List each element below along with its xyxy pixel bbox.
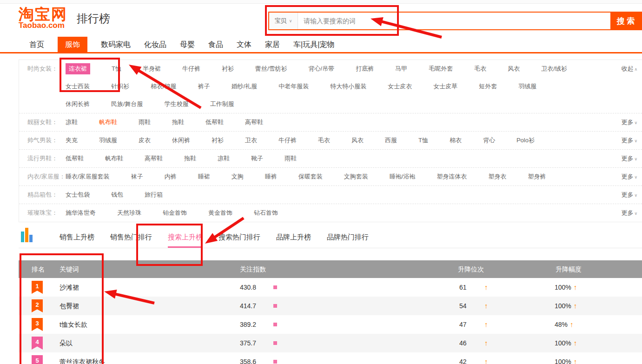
category-item[interactable]: 衬衫	[212, 136, 224, 145]
nav-tab-9[interactable]: 车|玩具|宠物	[293, 37, 334, 52]
category-item[interactable]: 帆布鞋	[105, 154, 123, 163]
more-link[interactable]: 更多∨	[621, 132, 637, 150]
category-item[interactable]: 裤子	[198, 82, 210, 91]
category-item[interactable]: 连衣裙	[66, 63, 90, 74]
category-item[interactable]: 钻石首饰	[254, 209, 278, 217]
keyword-link[interactable]: t恤女长款	[60, 315, 87, 334]
category-item[interactable]: 棉衣/棉服	[151, 82, 177, 91]
category-item[interactable]: 高帮鞋	[245, 118, 263, 126]
keyword-link[interactable]: 蕾丝连衣裙秋冬	[60, 352, 105, 364]
nav-tab-4[interactable]: 化妆品	[144, 37, 166, 52]
category-item[interactable]: 黄金首饰	[208, 209, 232, 217]
category-item[interactable]: 皮衣	[139, 136, 151, 145]
category-item[interactable]: 休闲裤	[172, 136, 190, 145]
more-link[interactable]: 更多∨	[621, 150, 637, 168]
search-input[interactable]	[298, 13, 610, 29]
category-item[interactable]: 文胸套装	[344, 172, 368, 181]
category-item[interactable]: 卫衣/绒衫	[541, 65, 567, 73]
category-item[interactable]: 风衣	[508, 65, 520, 73]
category-item[interactable]: 风衣	[351, 136, 364, 145]
category-item[interactable]: 低帮鞋	[66, 154, 84, 163]
category-item[interactable]: 牛仔裤	[278, 136, 297, 145]
nav-tab-8[interactable]: 家居	[265, 37, 280, 52]
category-item[interactable]: 凉鞋	[218, 154, 230, 163]
search-category-dropdown[interactable]: 宝贝 ∨	[269, 13, 298, 29]
more-link[interactable]: 更多∨	[621, 113, 637, 132]
category-item[interactable]: Polo衫	[516, 136, 535, 145]
category-item[interactable]: 民族/舞台服	[111, 100, 143, 108]
rank-tab-2[interactable]: 销售热门排行	[110, 233, 152, 248]
category-item[interactable]: 羽绒服	[518, 82, 536, 91]
nav-tab-2[interactable]: 服饰	[58, 37, 87, 52]
more-link[interactable]: 更多∨	[621, 168, 637, 186]
category-item[interactable]: 施华洛世奇	[66, 209, 96, 217]
rank-tab-5[interactable]: 品牌上升榜	[276, 233, 311, 248]
category-item[interactable]: 背心	[483, 136, 495, 145]
category-item[interactable]: 拖鞋	[172, 118, 184, 126]
category-item[interactable]: 羽绒服	[99, 136, 117, 145]
category-item[interactable]: 铂金首饰	[163, 209, 187, 217]
category-item[interactable]: 低帮鞋	[205, 118, 224, 126]
category-item[interactable]: 衬衫	[222, 65, 234, 73]
category-item[interactable]: 毛衣	[318, 136, 330, 145]
category-item[interactable]: 休闲长裤	[66, 100, 90, 108]
category-item[interactable]: 女士西装	[66, 82, 90, 91]
collapse-link[interactable]: 收起∧	[621, 60, 637, 78]
category-item[interactable]: 睡裤	[265, 172, 277, 181]
category-item[interactable]: 凉鞋	[66, 118, 78, 126]
category-item[interactable]: 特大特小服装	[330, 82, 366, 91]
category-item[interactable]: 婚纱/礼服	[232, 82, 258, 91]
rank-tab-1[interactable]: 销售上升榜	[60, 233, 94, 248]
category-item[interactable]: 打底裤	[356, 65, 374, 73]
more-link[interactable]: 更多∨	[621, 204, 637, 222]
category-item[interactable]: 针织衫	[111, 82, 129, 91]
search-button[interactable]: 搜 索	[610, 13, 641, 29]
category-item[interactable]: T恤	[418, 136, 428, 145]
category-item[interactable]: 内裤	[165, 172, 177, 181]
category-item[interactable]: 靴子	[251, 154, 263, 163]
category-item[interactable]: 睡衣/家居服套装	[66, 172, 110, 181]
category-item[interactable]: 马甲	[395, 65, 407, 73]
more-link[interactable]: 更多∨	[621, 186, 637, 204]
category-item[interactable]: 蕾丝/雪纺衫	[255, 65, 287, 73]
category-item[interactable]: 毛呢外套	[429, 65, 453, 73]
category-item[interactable]: 帆布鞋	[99, 118, 117, 126]
category-item[interactable]: T恤	[112, 65, 121, 73]
category-item[interactable]: 西服	[385, 136, 397, 145]
nav-tab-3[interactable]: 数码家电	[101, 37, 131, 52]
category-item[interactable]: 中老年服装	[278, 82, 309, 91]
rank-tab-4[interactable]: 搜索热门排行	[218, 233, 260, 248]
category-item[interactable]: 半身裙	[143, 65, 161, 73]
category-item[interactable]: 棉衣	[450, 136, 462, 145]
category-item[interactable]: 塑身连体衣	[437, 172, 467, 181]
rank-tab-3[interactable]: 搜索上升榜	[168, 233, 203, 248]
nav-tab-5[interactable]: 母婴	[180, 37, 195, 52]
category-item[interactable]: 女士包袋	[66, 191, 90, 199]
category-item[interactable]: 拖鞋	[184, 154, 196, 163]
category-item[interactable]: 天然珍珠	[117, 209, 141, 217]
category-item[interactable]: 文胸	[232, 172, 244, 181]
category-item[interactable]: 钱包	[111, 191, 123, 199]
category-item[interactable]: 牛仔裤	[182, 65, 200, 73]
category-item[interactable]: 雨鞋	[139, 118, 151, 126]
category-item[interactable]: 女士皮衣	[388, 82, 412, 91]
category-item[interactable]: 工作制服	[210, 100, 234, 108]
taobao-logo[interactable]: 淘宝网 Taobao.com	[19, 6, 67, 29]
nav-tab-1[interactable]: 首页	[29, 37, 44, 52]
nav-tab-6[interactable]: 食品	[208, 37, 223, 52]
category-item[interactable]: 毛衣	[474, 65, 486, 73]
category-item[interactable]: 短外套	[479, 82, 497, 91]
category-item[interactable]: 旅行箱	[145, 191, 163, 199]
category-item[interactable]: 高帮鞋	[145, 154, 163, 163]
category-item[interactable]: 学生校服	[165, 100, 189, 108]
keyword-link[interactable]: 包臀裙	[60, 297, 79, 315]
category-item[interactable]: 女士皮草	[433, 82, 457, 91]
category-item[interactable]: 卫衣	[245, 136, 257, 145]
category-item[interactable]: 夹克	[66, 136, 78, 145]
keyword-link[interactable]: 沙滩裙	[60, 278, 79, 297]
category-item[interactable]: 保暖套装	[298, 172, 323, 181]
category-item[interactable]: 睡裙	[198, 172, 210, 181]
rank-tab-6[interactable]: 品牌热门排行	[327, 233, 369, 248]
keyword-link[interactable]: 朵以	[60, 334, 73, 352]
category-item[interactable]: 雨鞋	[285, 154, 297, 163]
